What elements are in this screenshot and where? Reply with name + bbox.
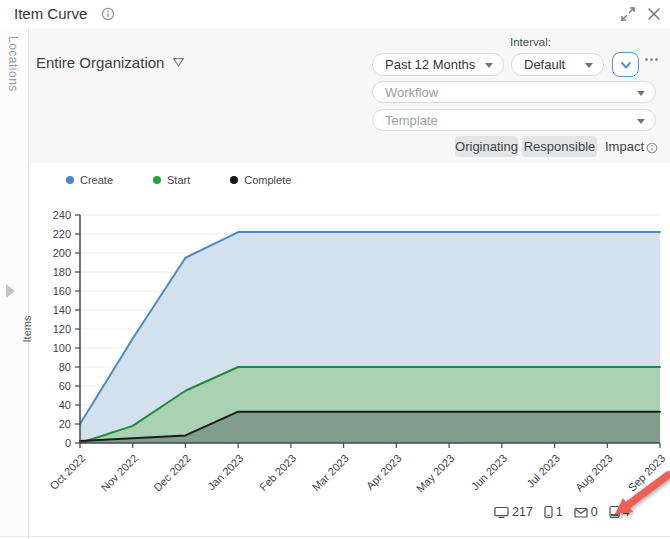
legend-item-start[interactable]: Start	[153, 174, 190, 186]
arrow-shaft	[629, 475, 668, 504]
svg-text:Jul 2023: Jul 2023	[524, 452, 562, 490]
funnel-icon	[172, 57, 185, 68]
item-curve-chart: 020406080100120140160180200220240Oct 202…	[15, 205, 670, 505]
svg-text:180: 180	[53, 266, 71, 278]
legend-item-complete[interactable]: Complete	[230, 174, 291, 186]
stat-value: 1	[556, 505, 563, 519]
svg-text:Nov 2022: Nov 2022	[98, 452, 140, 494]
stat-value: 0	[591, 505, 598, 519]
collapse-filters-button[interactable]	[612, 52, 639, 77]
item-curve-widget: Item Curve Locations Entire Organization	[0, 0, 670, 539]
titlebar: Item Curve	[0, 0, 670, 28]
page-title: Item Curve	[14, 5, 87, 22]
legend-dot	[66, 176, 74, 184]
legend-label: Start	[167, 174, 190, 186]
svg-text:100: 100	[53, 342, 71, 354]
more-options-icon[interactable]	[645, 58, 658, 61]
workflow-select[interactable]: Workflow	[372, 81, 656, 103]
legend-dot	[153, 176, 161, 184]
responsible-button[interactable]: Responsible	[522, 136, 597, 157]
svg-text:Apr 2023: Apr 2023	[364, 452, 404, 492]
locations-panel-label: Locations	[6, 36, 20, 92]
stat-value: 217	[512, 505, 533, 519]
impact-button[interactable]: Impact	[605, 139, 644, 154]
svg-text:Feb 2023: Feb 2023	[257, 452, 298, 493]
svg-text:40: 40	[59, 399, 71, 411]
envelope-icon	[574, 507, 588, 518]
chevron-down-icon	[637, 119, 645, 124]
annotation-arrow	[602, 468, 670, 523]
legend-dot	[230, 176, 238, 184]
info-icon[interactable]	[101, 7, 115, 21]
close-icon[interactable]	[646, 6, 662, 22]
expand-icon[interactable]	[620, 6, 636, 22]
panel-expand-arrow-icon[interactable]	[6, 284, 15, 298]
legend-item-create[interactable]: Create	[66, 174, 113, 186]
interval-caption: Interval:	[510, 36, 551, 48]
time-range-value: Past 12 Months	[385, 57, 475, 72]
originating-button[interactable]: Originating	[455, 136, 518, 157]
stat-phone: 1	[544, 505, 563, 519]
scope-filter[interactable]: Entire Organization	[36, 54, 185, 71]
workflow-placeholder: Workflow	[385, 85, 438, 100]
svg-text:Dec 2022: Dec 2022	[151, 452, 193, 494]
svg-text:20: 20	[59, 418, 71, 430]
filter-panel: Entire Organization Interval: Past 12 Mo…	[30, 28, 670, 163]
svg-text:Oct 2022: Oct 2022	[47, 452, 87, 492]
phone-icon	[544, 505, 553, 519]
time-range-select[interactable]: Past 12 Months	[372, 53, 504, 76]
info-icon[interactable]	[646, 140, 658, 152]
svg-text:Items: Items	[21, 315, 33, 342]
svg-text:200: 200	[53, 247, 71, 259]
template-placeholder: Template	[385, 113, 438, 128]
chevron-down-icon	[485, 63, 493, 68]
template-select[interactable]: Template	[372, 109, 656, 131]
svg-text:60: 60	[59, 380, 71, 392]
svg-text:May 2023: May 2023	[414, 452, 457, 495]
stat-desktop: 217	[494, 505, 533, 519]
svg-text:Jan 2023: Jan 2023	[205, 452, 245, 492]
chevron-down-icon	[618, 57, 634, 73]
chevron-down-icon	[637, 91, 645, 96]
svg-text:80: 80	[59, 361, 71, 373]
svg-text:240: 240	[53, 209, 71, 221]
chart-region: Create Start Complete 020406080100120140…	[30, 163, 670, 537]
svg-text:220: 220	[53, 228, 71, 240]
interval-value: Default	[524, 57, 565, 72]
svg-text:Mar 2023: Mar 2023	[310, 452, 351, 493]
widget-bottom-border	[0, 536, 670, 537]
svg-text:160: 160	[53, 285, 71, 297]
svg-text:120: 120	[53, 323, 71, 335]
mode-row: Originating Responsible Impact	[30, 136, 670, 160]
svg-text:Jun 2023: Jun 2023	[469, 452, 509, 492]
legend-label: Complete	[244, 174, 291, 186]
legend-label: Create	[80, 174, 113, 186]
svg-text:140: 140	[53, 304, 71, 316]
chevron-down-icon	[585, 63, 593, 68]
chart-legend: Create Start Complete	[66, 174, 291, 186]
svg-text:0: 0	[65, 437, 71, 449]
stat-email: 0	[574, 505, 598, 519]
interval-select[interactable]: Default	[511, 53, 604, 76]
scope-label: Entire Organization	[36, 54, 164, 71]
desktop-icon	[494, 505, 509, 519]
